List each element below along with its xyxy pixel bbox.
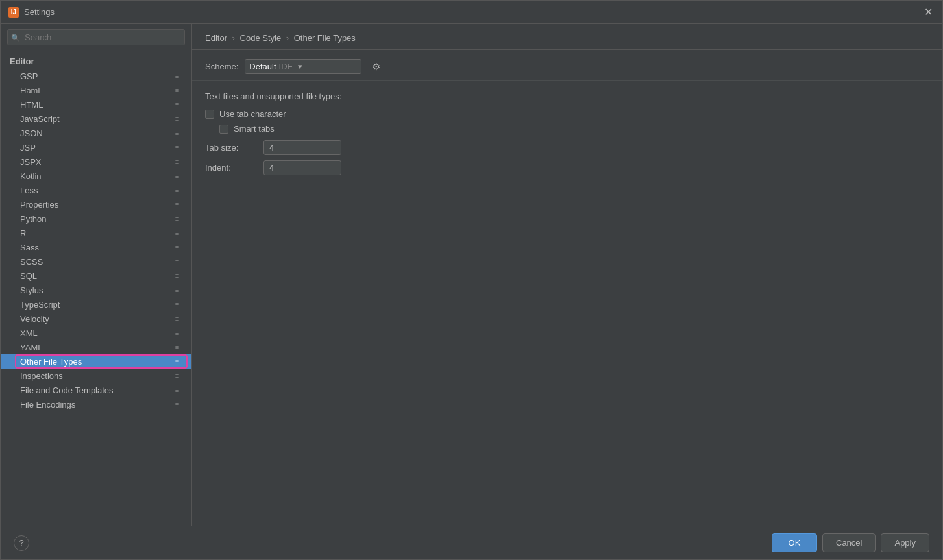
use-tab-character-checkbox[interactable] bbox=[205, 110, 214, 119]
breadcrumb-sep1: › bbox=[232, 33, 238, 43]
sidebar-item-label: Kotlin bbox=[20, 171, 172, 181]
indent-input[interactable] bbox=[263, 160, 341, 175]
tab-size-input[interactable] bbox=[263, 140, 341, 155]
sidebar-item-stylus[interactable]: Stylus ≡ bbox=[1, 283, 191, 297]
editor-section-label: Editor bbox=[1, 51, 191, 69]
sidebar-item-sql[interactable]: SQL ≡ bbox=[1, 269, 191, 283]
sidebar-item-scss[interactable]: SCSS ≡ bbox=[1, 254, 191, 269]
help-button[interactable]: ? bbox=[14, 535, 29, 551]
sidebar-list: Editor GSP ≡ Haml ≡ HTML ≡ Jav bbox=[1, 51, 191, 526]
sidebar-item-properties[interactable]: Properties ≡ bbox=[1, 197, 191, 212]
sidebar-item-label: Velocity bbox=[20, 314, 172, 324]
section-title: Text files and unsupported file types: bbox=[205, 91, 929, 101]
scheme-row: Scheme: Default IDE ▾ ⚙ bbox=[192, 50, 942, 81]
file-icon: ≡ bbox=[172, 328, 182, 338]
file-icon: ≡ bbox=[172, 199, 182, 210]
sidebar-item-yaml[interactable]: YAML ≡ bbox=[1, 340, 191, 354]
main-content: Editor GSP ≡ Haml ≡ HTML ≡ Jav bbox=[1, 24, 942, 526]
close-button[interactable]: ✕ bbox=[922, 6, 935, 19]
sidebar-item-label: SCSS bbox=[20, 257, 172, 267]
cancel-button[interactable]: Cancel bbox=[822, 533, 876, 552]
search-box bbox=[1, 24, 191, 51]
file-icon: ≡ bbox=[172, 385, 182, 395]
sidebar-item-label: File and Code Templates bbox=[20, 385, 172, 395]
sidebar-item-label: SQL bbox=[20, 271, 172, 281]
settings-window: IJ Settings ✕ Editor GSP ≡ Haml bbox=[0, 0, 943, 560]
ok-button[interactable]: OK bbox=[772, 533, 817, 552]
file-icon: ≡ bbox=[172, 356, 182, 367]
title-bar: IJ Settings ✕ bbox=[1, 1, 942, 24]
file-icon: ≡ bbox=[172, 299, 182, 310]
sidebar-item-less[interactable]: Less ≡ bbox=[1, 183, 191, 197]
sidebar-item-jspx[interactable]: JSPX ≡ bbox=[1, 154, 191, 169]
sidebar-item-label: Python bbox=[20, 214, 172, 224]
app-icon-text: IJ bbox=[11, 8, 16, 16]
sidebar-item-gsp[interactable]: GSP ≡ bbox=[1, 69, 191, 83]
file-icon: ≡ bbox=[172, 342, 182, 352]
file-icon: ≡ bbox=[172, 256, 182, 267]
sidebar-item-other-file-types[interactable]: Other File Types ≡ bbox=[1, 354, 191, 369]
sidebar-item-label: JavaScript bbox=[20, 114, 172, 124]
sidebar-item-label: Haml bbox=[20, 86, 172, 95]
sidebar-item-label: XML bbox=[20, 328, 172, 338]
sidebar-item-label: Stylus bbox=[20, 286, 172, 295]
sidebar-item-label: JSPX bbox=[20, 157, 172, 167]
sidebar-item-velocity[interactable]: Velocity ≡ bbox=[1, 311, 191, 326]
sidebar-item-file-encodings[interactable]: File Encodings ≡ bbox=[1, 397, 191, 411]
sidebar-item-file-code-templates[interactable]: File and Code Templates ≡ bbox=[1, 383, 191, 397]
scheme-select-default: Default bbox=[249, 62, 276, 71]
file-icon: ≡ bbox=[172, 171, 182, 181]
smart-tabs-checkbox[interactable] bbox=[219, 125, 228, 134]
sidebar-item-inspections[interactable]: Inspections ≡ bbox=[1, 369, 191, 383]
breadcrumb-editor: Editor bbox=[205, 33, 227, 43]
sidebar-item-label: Inspections bbox=[20, 371, 172, 381]
settings-content: Text files and unsupported file types: U… bbox=[192, 81, 942, 526]
scheme-label: Scheme: bbox=[205, 62, 238, 71]
file-icon: ≡ bbox=[172, 71, 182, 81]
use-tab-character-label: Use tab character bbox=[219, 109, 286, 119]
sidebar-item-jsp[interactable]: JSP ≡ bbox=[1, 140, 191, 154]
file-icon: ≡ bbox=[172, 99, 182, 110]
window-title: Settings bbox=[24, 7, 922, 17]
sidebar-item-python[interactable]: Python ≡ bbox=[1, 212, 191, 226]
breadcrumb-other-file-types: Other File Types bbox=[294, 33, 356, 43]
sidebar-item-label: TypeScript bbox=[20, 300, 172, 310]
sidebar-item-xml[interactable]: XML ≡ bbox=[1, 326, 191, 340]
bottom-bar: ? OK Cancel Apply bbox=[1, 526, 942, 559]
sidebar-item-json[interactable]: JSON ≡ bbox=[1, 126, 191, 140]
file-icon: ≡ bbox=[172, 142, 182, 152]
file-icon: ≡ bbox=[172, 399, 182, 409]
file-icon: ≡ bbox=[172, 185, 182, 195]
indent-label: Indent: bbox=[205, 163, 257, 173]
sidebar-item-haml[interactable]: Haml ≡ bbox=[1, 83, 191, 97]
search-wrapper bbox=[7, 29, 185, 45]
sidebar-item-sass[interactable]: Sass ≡ bbox=[1, 240, 191, 254]
sidebar-item-label: JSP bbox=[20, 143, 172, 152]
scheme-select[interactable]: Default IDE ▾ bbox=[245, 59, 361, 74]
scheme-select-ide: IDE bbox=[279, 62, 293, 71]
sidebar-item-r[interactable]: R ≡ bbox=[1, 226, 191, 240]
sidebar-item-html[interactable]: HTML ≡ bbox=[1, 97, 191, 112]
file-icon: ≡ bbox=[172, 271, 182, 281]
chevron-down-icon: ▾ bbox=[298, 62, 302, 71]
breadcrumb-code-style: Code Style bbox=[240, 33, 282, 43]
sidebar-item-label: GSP bbox=[20, 71, 172, 81]
sidebar-item-typescript[interactable]: TypeScript ≡ bbox=[1, 297, 191, 311]
breadcrumb: Editor › Code Style › Other File Types bbox=[192, 24, 942, 50]
sidebar-item-label: JSON bbox=[20, 128, 172, 138]
sidebar-item-label: Sass bbox=[20, 243, 172, 252]
smart-tabs-row: Smart tabs bbox=[219, 124, 929, 134]
apply-button[interactable]: Apply bbox=[881, 533, 929, 552]
scheme-gear-button[interactable]: ⚙ bbox=[368, 60, 384, 74]
search-input[interactable] bbox=[7, 29, 185, 45]
sidebar-item-label: Other File Types bbox=[20, 357, 172, 367]
file-icon: ≡ bbox=[172, 371, 182, 381]
breadcrumb-sep2: › bbox=[286, 33, 291, 43]
sidebar-item-kotlin[interactable]: Kotlin ≡ bbox=[1, 169, 191, 183]
sidebar-item-label: Properties bbox=[20, 200, 172, 210]
indent-row: Indent: bbox=[205, 160, 929, 175]
file-icon: ≡ bbox=[172, 213, 182, 224]
sidebar-item-label: File Encodings bbox=[20, 400, 172, 409]
file-icon: ≡ bbox=[172, 114, 182, 124]
sidebar-item-javascript[interactable]: JavaScript ≡ bbox=[1, 112, 191, 126]
